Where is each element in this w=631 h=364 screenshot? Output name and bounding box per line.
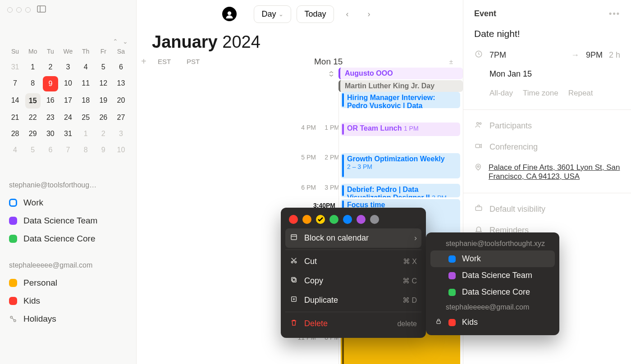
minical-day[interactable]: 3 — [112, 130, 130, 138]
minical-day[interactable]: 4 — [77, 63, 95, 71]
calendar-item[interactable]: Data Science Team — [9, 212, 127, 230]
color-swatch[interactable] — [289, 215, 298, 224]
minical-day[interactable]: 30 — [41, 130, 59, 138]
minical-day[interactable]: 8 — [77, 146, 95, 154]
minical-day[interactable]: 11 — [77, 79, 95, 88]
minical-day[interactable]: 15 — [25, 93, 41, 109]
allday-event[interactable]: Augusto OOO — [338, 68, 463, 79]
ctx-duplicate[interactable]: Duplicate ⌘ D — [285, 291, 421, 310]
account-email[interactable]: stephanie@toolsforthoug… — [9, 181, 127, 189]
event-date[interactable]: Mon Jan 15 — [489, 69, 620, 79]
calendar-event[interactable]: OR Team Lunch 1 PM — [341, 123, 460, 136]
svg-rect-0 — [37, 6, 46, 12]
calendar-event[interactable]: Hiring Manager Interview: Pedro Vuskovic… — [341, 92, 460, 108]
account-email[interactable]: stephaleeeee@gmail.com — [9, 261, 127, 269]
avatar[interactable] — [222, 7, 237, 21]
minical-day[interactable]: 8 — [24, 79, 41, 88]
time-option[interactable]: Time zone — [523, 89, 558, 98]
more-icon[interactable]: ••• — [609, 9, 620, 18]
minical-next-icon[interactable]: ⌄ — [123, 38, 128, 45]
allday-expand-icon[interactable] — [328, 70, 335, 79]
time-option[interactable]: Repeat — [568, 89, 593, 98]
minical-day[interactable]: 9 — [95, 146, 112, 154]
ctx-block-on-calendar[interactable]: Block on calendar › — [285, 228, 421, 248]
calendar-item[interactable]: Holidays — [9, 310, 127, 328]
minical-day[interactable]: 1 — [24, 63, 41, 71]
calendar-event[interactable]: Debrief: Pedro | Data Visualization Desi… — [341, 184, 460, 197]
time-row[interactable]: 7PM → 9PM 2 h — [474, 50, 620, 60]
minical-day[interactable]: 2 — [95, 130, 112, 138]
minical-prev-icon[interactable]: ⌃ — [113, 38, 118, 45]
color-swatch[interactable] — [343, 215, 352, 224]
submenu-calendar-item[interactable]: Data Science Core — [430, 284, 555, 300]
zoom-window-dot[interactable] — [25, 7, 31, 13]
minical-day[interactable]: 13 — [112, 79, 130, 88]
time-option[interactable]: All-day — [489, 89, 513, 98]
minical-day[interactable]: 1 — [77, 130, 95, 138]
minical-day[interactable]: 6 — [112, 63, 130, 71]
minical-day[interactable]: 16 — [41, 96, 59, 105]
minical-day[interactable]: 31 — [6, 63, 24, 71]
ctx-delete[interactable]: Delete delete — [285, 314, 421, 333]
color-swatch[interactable] — [302, 215, 311, 224]
ctx-copy[interactable]: Copy ⌘ C — [285, 271, 421, 291]
calendar-color-swatch — [448, 255, 456, 263]
minical-day[interactable]: 9 — [43, 76, 58, 91]
minical-day[interactable]: 14 — [6, 96, 24, 105]
calendar-item[interactable]: Work — [9, 194, 127, 212]
calendar-item[interactable]: Personal — [9, 274, 127, 292]
minical-day[interactable]: 26 — [95, 114, 112, 122]
calendar-event[interactable]: Growth Optimization Weekly2 – 3 PM — [341, 153, 460, 178]
minical-day[interactable]: 4 — [6, 146, 24, 154]
minical-day[interactable]: 12 — [95, 79, 112, 88]
ctx-cut[interactable]: Cut ⌘ X — [285, 252, 421, 271]
submenu-calendar-item[interactable]: Data Science Team — [430, 267, 555, 284]
submenu-calendar-item[interactable]: Kids — [430, 314, 555, 331]
minical-day[interactable]: 2 — [41, 63, 59, 71]
minical-day[interactable]: 20 — [112, 96, 130, 105]
minical-day[interactable]: 19 — [95, 96, 112, 105]
event-title[interactable]: Date night! — [474, 28, 620, 39]
minical-day[interactable]: 6 — [41, 146, 59, 154]
minical-day[interactable]: 27 — [112, 114, 130, 122]
collapse-allday-icon[interactable]: ± — [449, 58, 453, 65]
minical-day[interactable]: 22 — [24, 114, 41, 122]
color-swatch[interactable] — [329, 215, 338, 224]
calendar-item[interactable]: Kids — [9, 292, 127, 310]
allday-event[interactable]: Martin Luther King Jr. Day — [338, 80, 463, 92]
minimize-window-dot[interactable] — [16, 7, 22, 13]
minical-day[interactable]: 18 — [77, 96, 95, 105]
today-button[interactable]: Today — [297, 5, 334, 23]
minical-day[interactable]: 7 — [59, 146, 77, 154]
close-window-dot[interactable] — [7, 7, 13, 13]
conferencing-row[interactable]: Conferencing — [474, 142, 620, 152]
view-mode-picker[interactable]: Day ⌄ — [254, 5, 291, 23]
minical-day[interactable]: 5 — [24, 146, 41, 154]
minical-day[interactable]: 3 — [59, 63, 77, 71]
minical-day[interactable]: 31 — [59, 130, 77, 138]
minical-day[interactable]: 24 — [59, 114, 77, 122]
add-tz-button[interactable]: + — [141, 56, 146, 67]
minical-day[interactable]: 10 — [59, 79, 77, 88]
minical-day[interactable]: 7 — [6, 79, 24, 88]
minical-day[interactable]: 29 — [24, 130, 41, 138]
submenu-calendar-item[interactable]: Work — [430, 250, 555, 267]
minical-day[interactable]: 25 — [77, 114, 95, 122]
location-row[interactable]: Palace of Fine Arts, 3601 Lyon St, San F… — [474, 163, 620, 181]
sidebar-toggle-icon[interactable] — [37, 5, 46, 14]
color-swatch[interactable] — [370, 215, 379, 224]
minical-day[interactable]: 23 — [41, 114, 59, 122]
minical-day[interactable]: 17 — [59, 96, 77, 105]
next-day-button[interactable]: › — [361, 6, 377, 22]
participants-row[interactable]: Participants — [474, 121, 620, 131]
visibility-row[interactable]: Default visibility — [474, 204, 620, 214]
minical-day[interactable]: 5 — [95, 63, 112, 71]
color-swatch[interactable] — [316, 215, 325, 224]
color-swatch[interactable] — [357, 215, 366, 224]
minical-day[interactable]: 21 — [6, 114, 24, 122]
prev-day-button[interactable]: ‹ — [339, 6, 356, 22]
calendar-item[interactable]: Data Science Core — [9, 230, 127, 248]
minical-day[interactable]: 10 — [112, 146, 130, 154]
calendar-icon — [290, 233, 298, 243]
minical-day[interactable]: 28 — [6, 130, 24, 138]
